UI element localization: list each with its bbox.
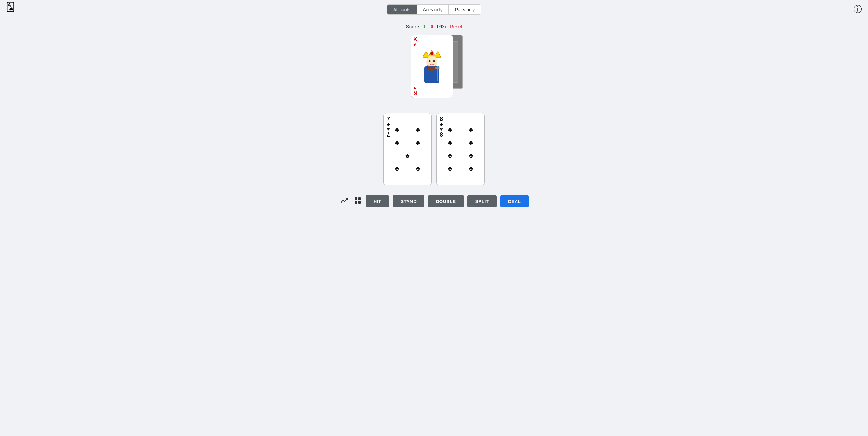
pip: ♣ xyxy=(395,139,399,147)
card-corner-bottom: K ♥ xyxy=(413,86,450,96)
dealer-area: K ♥ xyxy=(411,35,458,101)
svg-rect-12 xyxy=(358,201,361,204)
card-1-suit-bottom: ♣ xyxy=(387,127,390,132)
info-icon[interactable]: ⓘ xyxy=(854,4,862,15)
card-1-rank-bottom: 7 xyxy=(387,132,390,138)
toggle-pairs-only[interactable]: Pairs only xyxy=(449,4,481,14)
split-button[interactable]: SPLIT xyxy=(467,195,497,207)
card-corner-top: K ♥ xyxy=(413,37,450,47)
dealer-card-suit: ♥ xyxy=(413,42,416,47)
pip: ♣ xyxy=(415,165,420,172)
score-percent: (0%) xyxy=(435,24,446,30)
king-face-art xyxy=(413,47,450,86)
dealer-face-card: K ♥ xyxy=(411,35,453,98)
score-total: 0 xyxy=(431,24,433,30)
main-content: Score: 0 - 0 (0%) Reset K ♥ xyxy=(0,19,868,207)
pip: ♣ xyxy=(469,165,473,172)
pip: ♣ xyxy=(395,165,399,172)
pip: ♣ xyxy=(415,139,420,147)
pip: ♣ xyxy=(448,152,452,159)
header: 🂡 All cards Aces only Pairs only ⓘ xyxy=(0,0,868,19)
hit-button[interactable]: HIT xyxy=(366,195,390,207)
pip: ♣ xyxy=(469,152,473,159)
card-2-suit-bottom: ♣ xyxy=(440,127,443,132)
svg-rect-11 xyxy=(355,201,357,204)
score-separator: - xyxy=(427,24,429,30)
mode-toggle-group: All cards Aces only Pairs only xyxy=(387,4,481,15)
deal-button[interactable]: DEAL xyxy=(500,195,529,207)
pip: ♣ xyxy=(469,139,473,147)
dealer-card-rank-bottom: K xyxy=(413,90,417,96)
pip: ♣ xyxy=(405,152,410,159)
player-card-1: 7 ♣ ♣ ♣ ♣ ♣ ♣ ♣ ♣ xyxy=(383,113,432,185)
double-button[interactable]: DOUBLE xyxy=(428,195,464,207)
dealer-card-stack: K ♥ xyxy=(411,35,458,101)
svg-rect-8 xyxy=(435,67,440,69)
pip: ♣ xyxy=(448,165,452,172)
svg-rect-10 xyxy=(358,198,361,200)
grid-icon-button[interactable] xyxy=(353,196,362,207)
reset-button[interactable]: Reset xyxy=(450,24,462,30)
svg-rect-9 xyxy=(355,198,357,200)
svg-point-4 xyxy=(429,60,430,62)
card-2-bottom: 8 ♣ xyxy=(440,127,481,138)
svg-point-6 xyxy=(430,52,433,55)
app-logo: 🂡 xyxy=(6,3,15,11)
svg-point-5 xyxy=(433,60,435,62)
score-label: Score: xyxy=(406,24,421,30)
dealer-card-suit-bottom: ♥ xyxy=(413,86,416,90)
player-area: 7 ♣ ♣ ♣ ♣ ♣ ♣ ♣ ♣ xyxy=(383,113,485,185)
player-card-2: 8 ♣ ♣ ♣ ♣ ♣ ♣ ♣ ♣ ♣ xyxy=(436,113,485,185)
score-row: Score: 0 - 0 (0%) Reset xyxy=(406,24,462,30)
stand-button[interactable]: STAND xyxy=(393,195,424,207)
toggle-aces-only[interactable]: Aces only xyxy=(417,4,449,14)
card-2-rank-bottom: 8 xyxy=(440,132,443,138)
dealer-card-rank: K xyxy=(413,37,417,42)
card-1-bottom: 7 ♣ xyxy=(387,127,428,138)
card-1-rank: 7 xyxy=(387,116,428,122)
toggle-all-cards[interactable]: All cards xyxy=(387,4,417,14)
action-buttons: HIT STAND DOUBLE SPLIT DEAL xyxy=(339,195,529,207)
chart-icon-button[interactable] xyxy=(339,196,350,207)
score-correct: 0 xyxy=(422,24,425,30)
pip: ♣ xyxy=(448,139,452,147)
card-2-rank: 8 xyxy=(440,116,481,122)
